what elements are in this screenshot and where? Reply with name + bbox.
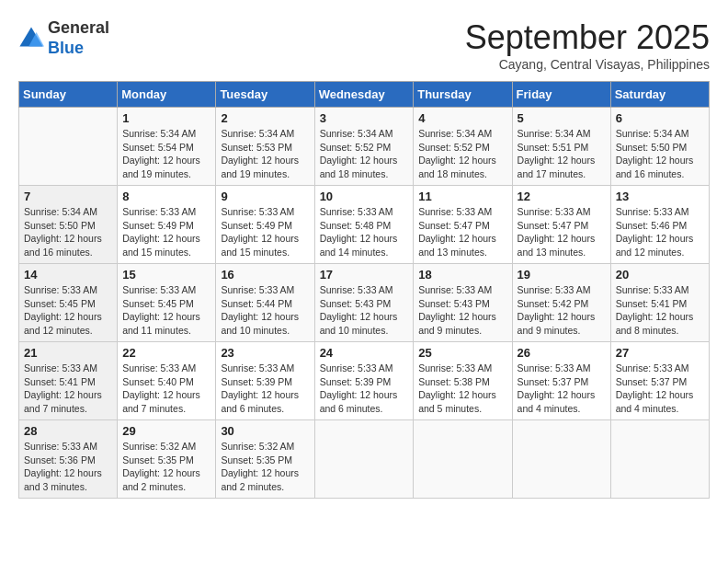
calendar-cell: 30Sunrise: 5:32 AMSunset: 5:35 PMDayligh…	[216, 420, 314, 499]
day-info: Sunrise: 5:32 AMSunset: 5:35 PMDaylight:…	[221, 440, 309, 494]
day-number: 17	[320, 268, 409, 282]
calendar-cell: 27Sunrise: 5:33 AMSunset: 5:37 PMDayligh…	[610, 342, 709, 420]
day-number: 12	[518, 190, 606, 203]
day-info: Sunrise: 5:33 AMSunset: 5:40 PMDaylight:…	[122, 362, 210, 416]
calendar-cell: 13Sunrise: 5:33 AMSunset: 5:46 PMDayligh…	[610, 186, 709, 264]
day-info: Sunrise: 5:33 AMSunset: 5:43 PMDaylight:…	[320, 283, 409, 338]
day-info: Sunrise: 5:33 AMSunset: 5:44 PMDaylight:…	[221, 283, 309, 338]
calendar-cell	[512, 420, 610, 499]
day-number: 22	[122, 346, 210, 360]
calendar-cell: 5Sunrise: 5:34 AMSunset: 5:51 PMDaylight…	[512, 108, 610, 186]
calendar-week-row: 21Sunrise: 5:33 AMSunset: 5:41 PMDayligh…	[19, 342, 710, 420]
day-info: Sunrise: 5:33 AMSunset: 5:39 PMDaylight:…	[221, 362, 309, 416]
calendar-cell: 17Sunrise: 5:33 AMSunset: 5:43 PMDayligh…	[314, 264, 414, 342]
day-number: 3	[320, 111, 409, 125]
calendar-cell: 20Sunrise: 5:33 AMSunset: 5:41 PMDayligh…	[610, 264, 709, 342]
page-header: General Blue September 2025 Cayang, Cent…	[18, 18, 710, 72]
location-text: Cayang, Central Visayas, Philippines	[465, 57, 710, 72]
day-info: Sunrise: 5:33 AMSunset: 5:37 PMDaylight:…	[616, 362, 704, 416]
logo: General Blue	[18, 18, 109, 58]
calendar-cell: 15Sunrise: 5:33 AMSunset: 5:45 PMDayligh…	[118, 264, 216, 342]
day-number: 15	[122, 268, 210, 282]
calendar-cell: 7Sunrise: 5:34 AMSunset: 5:50 PMDaylight…	[19, 186, 118, 264]
day-info: Sunrise: 5:33 AMSunset: 5:47 PMDaylight:…	[518, 205, 606, 259]
day-number: 30	[221, 424, 309, 438]
calendar-week-row: 28Sunrise: 5:33 AMSunset: 5:36 PMDayligh…	[19, 420, 710, 499]
day-number: 21	[24, 346, 112, 360]
day-number: 6	[616, 111, 704, 125]
calendar-cell	[19, 108, 118, 186]
calendar-cell: 6Sunrise: 5:34 AMSunset: 5:50 PMDaylight…	[610, 108, 709, 186]
calendar-day-header: Monday	[118, 82, 216, 108]
day-info: Sunrise: 5:33 AMSunset: 5:49 PMDaylight:…	[122, 205, 210, 259]
day-info: Sunrise: 5:33 AMSunset: 5:46 PMDaylight:…	[616, 205, 704, 259]
day-info: Sunrise: 5:33 AMSunset: 5:47 PMDaylight:…	[418, 205, 506, 259]
calendar-day-header: Wednesday	[314, 82, 414, 108]
calendar-cell: 4Sunrise: 5:34 AMSunset: 5:52 PMDaylight…	[414, 108, 512, 186]
logo-icon	[18, 26, 44, 52]
calendar-cell: 14Sunrise: 5:33 AMSunset: 5:45 PMDayligh…	[19, 264, 118, 342]
day-info: Sunrise: 5:33 AMSunset: 5:45 PMDaylight:…	[24, 283, 112, 338]
calendar-header-row: SundayMondayTuesdayWednesdayThursdayFrid…	[19, 82, 710, 108]
day-info: Sunrise: 5:34 AMSunset: 5:52 PMDaylight:…	[320, 127, 409, 181]
day-number: 20	[616, 268, 704, 282]
day-info: Sunrise: 5:33 AMSunset: 5:37 PMDaylight:…	[518, 362, 606, 416]
day-number: 7	[24, 190, 112, 203]
calendar-cell: 21Sunrise: 5:33 AMSunset: 5:41 PMDayligh…	[19, 342, 118, 420]
day-number: 23	[221, 346, 309, 360]
day-info: Sunrise: 5:32 AMSunset: 5:35 PMDaylight:…	[122, 440, 210, 494]
calendar-table: SundayMondayTuesdayWednesdayThursdayFrid…	[18, 81, 710, 499]
day-info: Sunrise: 5:33 AMSunset: 5:42 PMDaylight:…	[518, 283, 606, 338]
calendar-cell	[610, 420, 709, 499]
calendar-cell: 2Sunrise: 5:34 AMSunset: 5:53 PMDaylight…	[216, 108, 314, 186]
day-number: 16	[221, 268, 309, 282]
day-info: Sunrise: 5:34 AMSunset: 5:54 PMDaylight:…	[122, 127, 210, 181]
calendar-cell: 19Sunrise: 5:33 AMSunset: 5:42 PMDayligh…	[512, 264, 610, 342]
logo-general-text: General	[48, 18, 109, 39]
day-number: 14	[24, 268, 112, 282]
calendar-cell: 24Sunrise: 5:33 AMSunset: 5:39 PMDayligh…	[314, 342, 414, 420]
day-number: 27	[616, 346, 704, 360]
calendar-cell: 10Sunrise: 5:33 AMSunset: 5:48 PMDayligh…	[314, 186, 414, 264]
calendar-cell: 3Sunrise: 5:34 AMSunset: 5:52 PMDaylight…	[314, 108, 414, 186]
day-info: Sunrise: 5:33 AMSunset: 5:41 PMDaylight:…	[616, 283, 704, 338]
day-info: Sunrise: 5:34 AMSunset: 5:50 PMDaylight:…	[616, 127, 704, 181]
day-number: 13	[616, 190, 704, 203]
day-number: 4	[418, 111, 506, 125]
calendar-day-header: Tuesday	[216, 82, 314, 108]
calendar-cell: 18Sunrise: 5:33 AMSunset: 5:43 PMDayligh…	[414, 264, 512, 342]
calendar-cell: 29Sunrise: 5:32 AMSunset: 5:35 PMDayligh…	[118, 420, 216, 499]
calendar-cell: 8Sunrise: 5:33 AMSunset: 5:49 PMDaylight…	[118, 186, 216, 264]
day-info: Sunrise: 5:33 AMSunset: 5:36 PMDaylight:…	[24, 440, 112, 494]
day-number: 26	[518, 346, 606, 360]
calendar-cell: 22Sunrise: 5:33 AMSunset: 5:40 PMDayligh…	[118, 342, 216, 420]
day-number: 18	[418, 268, 506, 282]
calendar-cell: 16Sunrise: 5:33 AMSunset: 5:44 PMDayligh…	[216, 264, 314, 342]
calendar-cell: 25Sunrise: 5:33 AMSunset: 5:38 PMDayligh…	[414, 342, 512, 420]
day-info: Sunrise: 5:33 AMSunset: 5:45 PMDaylight:…	[122, 283, 210, 338]
calendar-cell: 1Sunrise: 5:34 AMSunset: 5:54 PMDaylight…	[118, 108, 216, 186]
day-number: 25	[418, 346, 506, 360]
calendar-day-header: Sunday	[19, 82, 118, 108]
calendar-week-row: 14Sunrise: 5:33 AMSunset: 5:45 PMDayligh…	[19, 264, 710, 342]
calendar-cell: 11Sunrise: 5:33 AMSunset: 5:47 PMDayligh…	[414, 186, 512, 264]
day-info: Sunrise: 5:34 AMSunset: 5:51 PMDaylight:…	[518, 127, 606, 181]
day-number: 1	[122, 111, 210, 125]
day-number: 8	[122, 190, 210, 203]
calendar-day-header: Thursday	[414, 82, 512, 108]
calendar-week-row: 7Sunrise: 5:34 AMSunset: 5:50 PMDaylight…	[19, 186, 710, 264]
calendar-cell: 9Sunrise: 5:33 AMSunset: 5:49 PMDaylight…	[216, 186, 314, 264]
day-info: Sunrise: 5:33 AMSunset: 5:43 PMDaylight:…	[418, 283, 506, 338]
day-info: Sunrise: 5:33 AMSunset: 5:48 PMDaylight:…	[320, 205, 409, 259]
calendar-cell: 12Sunrise: 5:33 AMSunset: 5:47 PMDayligh…	[512, 186, 610, 264]
day-number: 28	[24, 424, 112, 438]
logo-blue-text: Blue	[48, 39, 109, 59]
day-info: Sunrise: 5:34 AMSunset: 5:50 PMDaylight:…	[24, 205, 112, 259]
month-title: September 2025	[465, 18, 710, 57]
calendar-day-header: Friday	[512, 82, 610, 108]
day-number: 29	[122, 424, 210, 438]
day-number: 10	[320, 190, 409, 203]
day-info: Sunrise: 5:33 AMSunset: 5:41 PMDaylight:…	[24, 362, 112, 416]
calendar-cell: 28Sunrise: 5:33 AMSunset: 5:36 PMDayligh…	[19, 420, 118, 499]
title-area: September 2025 Cayang, Central Visayas, …	[465, 18, 710, 72]
